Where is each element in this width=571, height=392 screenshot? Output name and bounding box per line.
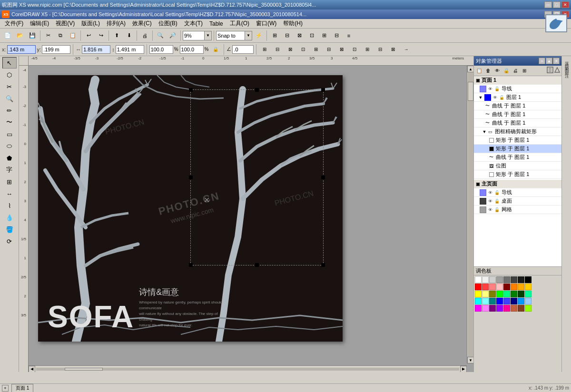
rmt-btn-3[interactable]: 矩	[563, 62, 570, 64]
scale2-input[interactable]: 100.0	[180, 45, 204, 54]
swatch-ltblue[interactable]	[503, 298, 510, 304]
desktop-item[interactable]: 👁 🔓 桌面	[474, 197, 561, 206]
tb-options4-button[interactable]: ⊡	[306, 30, 317, 41]
shape-tool-button[interactable]: ⬡	[2, 69, 17, 80]
curve1-item[interactable]: 〜 曲线 于 图层 1	[474, 102, 561, 110]
panel-expand-button[interactable]: »	[539, 58, 545, 64]
vscroll-down-button[interactable]: ▼	[467, 357, 473, 363]
clipframe-item[interactable]: ▼ ▭ 图框精确剪裁矩形	[474, 127, 561, 136]
rect3-item[interactable]: 矩形 于 图层 1	[474, 170, 561, 179]
dropper-tool-button[interactable]: 💧	[2, 212, 17, 223]
outer-close-button[interactable]: ✕	[561, 1, 569, 8]
swatch-gray[interactable]	[489, 276, 496, 283]
menu-file[interactable]: 文件(F)	[2, 19, 26, 29]
x-input[interactable]: .143 m	[7, 45, 36, 54]
swatch-cyan[interactable]	[475, 298, 482, 304]
menu-help[interactable]: 帮助(H)	[280, 19, 305, 29]
ellipse-tool-button[interactable]: ⬭	[2, 140, 17, 152]
tb-paste-button[interactable]: 📋	[67, 30, 79, 41]
prop-btn9[interactable]: ⊞	[362, 44, 373, 55]
vscroll-up-button[interactable]: ▲	[467, 66, 473, 72]
prop-btn7[interactable]: ⊠	[336, 44, 347, 55]
swatch-ltgray[interactable]	[482, 276, 489, 283]
panel-new-layer-button[interactable]: 📋	[475, 67, 483, 75]
tb-export-button[interactable]: ⬇	[123, 30, 135, 41]
tb-undo-button[interactable]: ↩	[83, 30, 94, 41]
document-canvas[interactable]: PHOTO.CN www.nipic.com PHOTO.CN PHOTO.CN…	[38, 75, 343, 342]
rect1-item[interactable]: 矩形 于 图层 1	[474, 136, 561, 145]
prop-btn11[interactable]: ⊠	[387, 44, 399, 55]
prop-btn1[interactable]: ⊞	[259, 44, 270, 55]
smart-draw-button[interactable]: 〜	[2, 117, 17, 128]
lock-proportions-button[interactable]: 🔒	[210, 44, 221, 55]
swatch-red[interactable]	[475, 284, 482, 290]
select-tool-button[interactable]: ↖	[2, 57, 17, 69]
y-input[interactable]: .199 m	[42, 45, 70, 54]
curve3-item[interactable]: 〜 曲线 于 图层 1	[474, 119, 561, 127]
swatch-ltblue2[interactable]	[525, 298, 532, 304]
prop-btn2[interactable]: ⊟	[272, 44, 283, 55]
swatch-brown[interactable]	[511, 305, 517, 312]
zoom-input[interactable]: 9%	[183, 31, 204, 40]
tb-options3-button[interactable]: ⊠	[294, 30, 305, 41]
prop-btn4[interactable]: ⊡	[297, 44, 309, 55]
scale1-input[interactable]: 100.0	[149, 45, 173, 54]
panel-expand-all-button[interactable]: ⊞	[520, 67, 529, 75]
swatch-dkbrown[interactable]	[518, 305, 524, 312]
prop-btn3[interactable]: ⊠	[285, 44, 296, 55]
menu-view[interactable]: 视图(V)	[53, 19, 78, 29]
swatch-nearblack[interactable]	[518, 276, 524, 283]
menu-layout[interactable]: 版面(L)	[79, 19, 103, 29]
canvas-vscroll[interactable]: ▲ ▼	[467, 66, 473, 363]
swatch-yellow[interactable]	[475, 291, 482, 297]
outer-maximize-button[interactable]: □	[553, 1, 561, 8]
panel-close-button[interactable]: ✕	[553, 58, 560, 64]
swatch-charcoal[interactable]	[511, 276, 517, 283]
rmt-btn-1[interactable]: 落	[563, 57, 570, 59]
rect2-item[interactable]: 矩形 于 图层 1	[474, 145, 561, 153]
hscroll-left-button[interactable]: ◀	[29, 366, 35, 372]
tb-new-button[interactable]: 📄	[2, 30, 13, 41]
prop-btn10[interactable]: ⊟	[374, 44, 386, 55]
page1-expand[interactable]: ▣	[475, 78, 481, 83]
hscroll-thumb[interactable]	[65, 368, 103, 371]
table-tool-button[interactable]: ⊞	[2, 176, 17, 187]
prop-btn12[interactable]: →	[400, 44, 412, 55]
swatch-blue[interactable]	[496, 298, 503, 304]
text-tool-button[interactable]: 字	[2, 164, 17, 176]
tb-options5-button[interactable]: ⊞	[318, 30, 330, 41]
panel-show-all-button[interactable]: 👁	[493, 67, 502, 75]
rect-tool-button[interactable]: ▭	[2, 128, 17, 140]
panel-print-all-button[interactable]: 🖨	[511, 67, 520, 75]
h-input[interactable]: 1.491 m	[116, 45, 144, 54]
tb-zoom-in-button[interactable]: 🔍	[155, 30, 166, 41]
layer1-header-item[interactable]: ▼ 👁 🔓 图层 1	[474, 93, 561, 102]
tb-import-button[interactable]: ⬆	[111, 30, 122, 41]
menu-tools[interactable]: 工具(O)	[227, 19, 252, 29]
swatch-seafoam[interactable]	[525, 291, 532, 297]
swatch-green[interactable]	[496, 291, 503, 297]
swatch-yellow2[interactable]	[525, 284, 532, 290]
menu-table[interactable]: Table	[207, 20, 226, 28]
swatch-amber[interactable]	[518, 284, 524, 290]
tb-copy-button[interactable]: ⧉	[55, 30, 66, 41]
crop-tool-button[interactable]: ✂	[2, 81, 17, 92]
rmt-btn-5[interactable]: 标	[563, 67, 570, 69]
swatch-ltred[interactable]	[482, 284, 489, 290]
swatch-skyblue[interactable]	[518, 298, 524, 304]
vscroll-thumb[interactable]	[468, 82, 473, 101]
swatch-ltyellow[interactable]	[482, 291, 489, 297]
swatch-mdgray[interactable]	[496, 276, 503, 283]
swatch-teal[interactable]	[489, 298, 496, 304]
tb-options1-button[interactable]: ⊞	[269, 30, 280, 41]
swatch-orange[interactable]	[511, 284, 517, 290]
prop-btn5[interactable]: ⊞	[310, 44, 322, 55]
polygon-tool-button[interactable]: ⬟	[2, 152, 17, 164]
canvas-hscroll[interactable]: ◀ ▶	[29, 365, 467, 372]
swatch-dkgreen[interactable]	[511, 291, 517, 297]
layer1-expand[interactable]: ▼	[478, 95, 483, 100]
swatch-violet[interactable]	[496, 305, 503, 312]
page1-item[interactable]: ▣ 页面 1	[474, 76, 561, 85]
tb-zoom-out-button[interactable]: 🔎	[167, 30, 178, 41]
fill-tool-button[interactable]: 🪣	[2, 224, 17, 235]
